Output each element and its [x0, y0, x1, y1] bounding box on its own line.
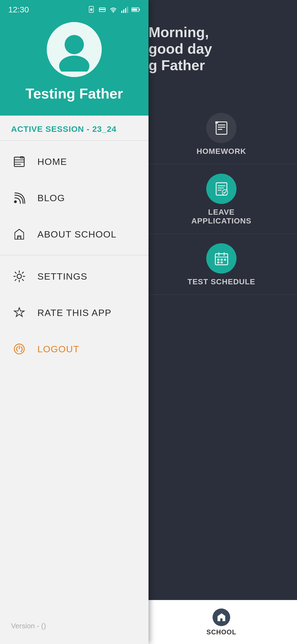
right-grid: HOMEWORK LEAVEAPPLICATIONS	[146, 105, 297, 295]
blog-icon	[11, 190, 28, 206]
homework-grid-item[interactable]: HOMEWORK	[146, 105, 297, 164]
menu-item-home[interactable]: HOME	[0, 143, 148, 180]
bottom-nav[interactable]: SCHOOL	[146, 600, 297, 644]
svg-rect-29	[132, 9, 137, 11]
svg-rect-26	[125, 8, 126, 13]
version-text: Version - ()	[11, 622, 46, 630]
active-session-label: ACTIVE SESSION - 23_24	[11, 124, 117, 133]
sim-icon	[87, 6, 95, 13]
leave-applications-label: LEAVEAPPLICATIONS	[191, 208, 251, 225]
status-bar: 12:30	[0, 0, 148, 19]
svg-point-32	[59, 56, 89, 72]
menu-item-rate-app[interactable]: RATE THIS APP	[0, 294, 148, 331]
home-label: HOME	[37, 156, 67, 167]
svg-rect-24	[121, 11, 122, 13]
svg-rect-0	[216, 122, 227, 134]
test-schedule-icon-circle	[206, 243, 237, 274]
leave-applications-icon-circle	[206, 174, 237, 204]
logout-label: LOGOUT	[37, 344, 79, 354]
school-nav-label: SCHOOL	[207, 628, 237, 636]
school-building-icon	[11, 226, 28, 242]
settings-icon	[11, 268, 28, 285]
svg-rect-17	[217, 261, 219, 263]
svg-rect-15	[221, 259, 223, 261]
svg-rect-39	[18, 237, 21, 239]
svg-point-38	[14, 200, 17, 203]
svg-rect-14	[217, 259, 219, 261]
svg-point-23	[113, 12, 114, 13]
home-icon	[11, 153, 28, 170]
signal-icon	[120, 6, 128, 13]
menu-item-logout[interactable]: LOGOUT	[0, 331, 148, 367]
test-schedule-grid-item[interactable]: TEST SCHEDULE	[146, 235, 297, 295]
test-schedule-label: TEST SCHEDULE	[188, 277, 255, 286]
svg-rect-18	[221, 261, 223, 263]
menu-item-about-school[interactable]: ABOUT SCHOOL	[0, 216, 148, 252]
svg-rect-16	[224, 259, 226, 261]
rate-app-label: RATE THIS APP	[37, 307, 112, 318]
wifi-icon	[109, 6, 117, 13]
status-time: 12:30	[8, 5, 29, 14]
menu-section-2: SETTINGS RATE THIS APP LOG	[0, 255, 148, 370]
navigation-drawer: 12:30	[0, 0, 148, 644]
menu-section-1: HOME BLOG	[0, 141, 148, 255]
settings-label: SETTINGS	[37, 271, 87, 282]
menu-item-blog[interactable]: BLOG	[0, 180, 148, 216]
svg-rect-4	[215, 121, 218, 124]
svg-rect-30	[139, 9, 140, 10]
svg-point-40	[17, 274, 21, 279]
svg-rect-22	[99, 9, 105, 10]
logout-icon	[11, 341, 28, 357]
svg-rect-25	[123, 9, 124, 13]
battery-icon	[131, 6, 140, 13]
card-icon	[98, 6, 106, 13]
school-nav-icon	[213, 608, 230, 626]
svg-rect-20	[90, 9, 92, 11]
blog-label: BLOG	[37, 193, 65, 203]
user-name: Testing Father	[26, 85, 123, 102]
avatar-image	[52, 28, 96, 72]
status-icons	[87, 6, 140, 13]
morning-greeting: Morning, good day g Father	[148, 24, 292, 73]
about-school-label: ABOUT SCHOOL	[37, 229, 117, 240]
homework-label: HOMEWORK	[197, 147, 246, 156]
active-session-section: ACTIVE SESSION - 23_24	[0, 116, 148, 141]
leave-applications-grid-item[interactable]: LEAVEAPPLICATIONS	[146, 165, 297, 234]
svg-rect-27	[127, 7, 128, 13]
homework-icon-circle	[206, 113, 237, 143]
avatar	[47, 22, 102, 77]
menu-item-settings[interactable]: SETTINGS	[0, 258, 148, 294]
star-icon	[11, 304, 28, 321]
right-background	[146, 0, 297, 644]
svg-point-31	[65, 35, 84, 54]
